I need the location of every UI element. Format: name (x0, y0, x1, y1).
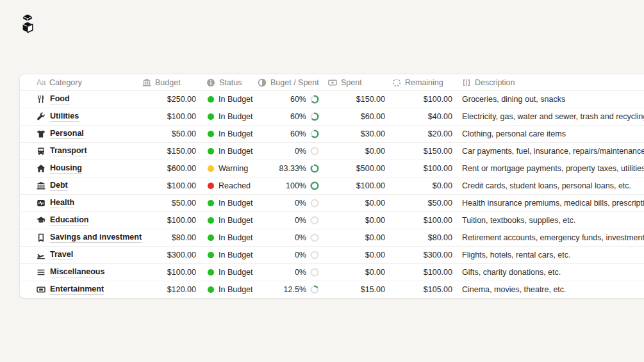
status-cell[interactable]: In Budget (202, 195, 254, 211)
description-cell[interactable]: Rent or mortgage payments, property taxe… (457, 160, 644, 177)
category-link[interactable]: Health (50, 198, 74, 209)
status-cell[interactable]: In Budget (202, 264, 254, 281)
category-link[interactable]: Debt (50, 181, 68, 192)
category-link[interactable]: Education (50, 215, 88, 226)
remaining-cell[interactable]: $100.00 (388, 212, 457, 229)
column-header-remaining[interactable]: Remaining (388, 74, 457, 90)
budget-cell[interactable]: $80.00 (138, 229, 202, 246)
description-cell[interactable]: Retirement accounts, emergency funds, in… (457, 229, 644, 246)
table-row[interactable]: Miscellaneous $100.00 In Budget 0% $0.00… (20, 264, 644, 281)
budget-cell[interactable]: $300.00 (138, 247, 202, 263)
category-cell[interactable]: Education (20, 212, 138, 229)
description-cell[interactable]: Health insurance premiums, medical bills… (457, 195, 644, 211)
category-link[interactable]: Personal (50, 129, 84, 140)
table-row[interactable]: Personal $50.00 In Budget 60% $30.00 $20… (20, 126, 644, 143)
description-cell[interactable]: Gifts, charity donations, etc. (457, 264, 644, 281)
budget-spent-cell[interactable]: 60% (254, 126, 324, 142)
remaining-cell[interactable]: $20.00 (388, 126, 457, 142)
category-cell[interactable]: Entertainment (20, 281, 138, 298)
category-cell[interactable]: Utilities (20, 108, 138, 125)
remaining-cell[interactable]: $100.00 (388, 91, 457, 108)
category-cell[interactable]: Personal (20, 126, 138, 142)
category-cell[interactable]: Savings and investment (20, 229, 138, 246)
table-row[interactable]: Housing $600.00 Warning 83.33% $500.00 $… (20, 160, 644, 177)
description-cell[interactable]: Flights, hotels, rental cars, etc. (457, 247, 644, 263)
spent-cell[interactable]: $0.00 (324, 264, 388, 281)
category-link[interactable]: Miscellaneous (50, 267, 104, 278)
column-header-category[interactable]: AaCategory (20, 74, 138, 90)
status-cell[interactable]: In Budget (202, 247, 254, 263)
budget-spent-cell[interactable]: 60% (254, 91, 324, 108)
status-cell[interactable]: In Budget (202, 91, 254, 108)
category-link[interactable]: Housing (50, 163, 82, 174)
category-link[interactable]: Utilities (50, 111, 79, 122)
budget-cell[interactable]: $50.00 (138, 195, 202, 211)
remaining-cell[interactable]: $150.00 (388, 143, 457, 160)
category-link[interactable]: Entertainment (50, 284, 104, 295)
category-link[interactable]: Transport (50, 146, 87, 157)
status-cell[interactable]: In Budget (202, 126, 254, 142)
category-cell[interactable]: Health (20, 195, 138, 211)
budget-spent-cell[interactable]: 100% (254, 177, 324, 194)
spent-cell[interactable]: $0.00 (324, 212, 388, 229)
spent-cell[interactable]: $500.00 (324, 160, 388, 177)
budget-spent-cell[interactable]: 0% (254, 212, 324, 229)
spent-cell[interactable]: $0.00 (324, 229, 388, 246)
description-cell[interactable]: Car payments, fuel, insurance, repairs/m… (457, 143, 644, 160)
budget-spent-cell[interactable]: 0% (254, 229, 324, 246)
table-row[interactable]: Travel $300.00 In Budget 0% $0.00 $300.0… (20, 247, 644, 264)
category-link[interactable]: Food (50, 94, 70, 105)
spent-cell[interactable]: $0.00 (324, 195, 388, 211)
category-cell[interactable]: Food (20, 91, 138, 108)
budget-cell[interactable]: $100.00 (138, 108, 202, 125)
spent-cell[interactable]: $0.00 (324, 143, 388, 160)
description-cell[interactable]: Clothing, personal care items (457, 126, 644, 142)
remaining-cell[interactable]: $40.00 (388, 108, 457, 125)
budget-cell[interactable]: $250.00 (138, 91, 202, 108)
remaining-cell[interactable]: $100.00 (388, 264, 457, 281)
column-header-status[interactable]: Status (202, 74, 254, 90)
budget-cell[interactable]: $50.00 (138, 126, 202, 142)
table-row[interactable]: Health $50.00 In Budget 0% $0.00 $50.00 … (20, 195, 644, 212)
description-cell[interactable]: Electricity, gas, water and sewer, trash… (457, 108, 644, 125)
remaining-cell[interactable]: $100.00 (388, 160, 457, 177)
category-cell[interactable]: Housing (20, 160, 138, 177)
budget-cell[interactable]: $100.00 (138, 264, 202, 281)
spent-cell[interactable]: $150.00 (324, 91, 388, 108)
category-cell[interactable]: Transport (20, 143, 138, 160)
budget-spent-cell[interactable]: 0% (254, 195, 324, 211)
table-row[interactable]: Food $250.00 In Budget 60% $150.00 $100.… (20, 91, 644, 108)
budget-cell[interactable]: $150.00 (138, 143, 202, 160)
budget-spent-cell[interactable]: 0% (254, 143, 324, 160)
remaining-cell[interactable]: $50.00 (388, 195, 457, 211)
status-cell[interactable]: In Budget (202, 212, 254, 229)
category-cell[interactable]: Travel (20, 247, 138, 263)
column-header-spent[interactable]: Spent (324, 74, 388, 90)
category-link[interactable]: Savings and investment (50, 233, 142, 243)
description-cell[interactable]: Tuition, textbooks, supplies, etc. (457, 212, 644, 229)
budget-spent-cell[interactable]: 83.33% (254, 160, 324, 177)
spent-cell[interactable]: $15.00 (324, 281, 388, 298)
spent-cell[interactable]: $30.00 (324, 126, 388, 142)
table-row[interactable]: Education $100.00 In Budget 0% $0.00 $10… (20, 212, 644, 229)
remaining-cell[interactable]: $80.00 (388, 229, 457, 246)
budget-cell[interactable]: $100.00 (138, 212, 202, 229)
table-row[interactable]: Utilities $100.00 In Budget 60% $60.00 $… (20, 108, 644, 126)
remaining-cell[interactable]: $0.00 (388, 177, 457, 194)
spent-cell[interactable]: $0.00 (324, 247, 388, 263)
category-link[interactable]: Travel (50, 250, 73, 261)
budget-spent-cell[interactable]: 0% (254, 247, 324, 263)
remaining-cell[interactable]: $105.00 (388, 281, 457, 298)
table-row[interactable]: Debt $100.00 Reached 100% $100.00 $0.00 … (20, 177, 644, 195)
status-cell[interactable]: Warning (202, 160, 254, 177)
budget-spent-cell[interactable]: 0% (254, 264, 324, 281)
table-row[interactable]: Savings and investment $80.00 In Budget … (20, 229, 644, 247)
budget-cell[interactable]: $100.00 (138, 177, 202, 194)
budget-cell[interactable]: $120.00 (138, 281, 202, 298)
remaining-cell[interactable]: $300.00 (388, 247, 457, 263)
column-header-budget_spent[interactable]: Buget / Spent (254, 74, 324, 90)
column-header-budget[interactable]: Budget (138, 74, 202, 90)
status-cell[interactable]: In Budget (202, 108, 254, 125)
table-row[interactable]: Transport $150.00 In Budget 0% $0.00 $15… (20, 143, 644, 160)
description-cell[interactable]: Cinema, movies, theatre, etc. (457, 281, 644, 298)
